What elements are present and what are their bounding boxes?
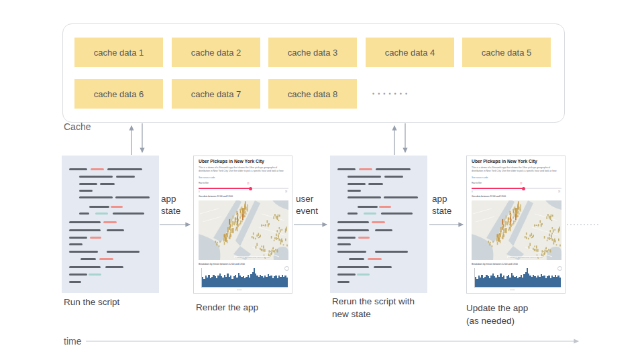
slider-label: Hour to filter [199, 182, 209, 184]
slider-label: Hour to filter [472, 182, 482, 184]
slider-value: 12 [247, 182, 249, 184]
cache-box-8: cache data 8 [268, 79, 357, 109]
app-state-label-2: app state [432, 193, 464, 217]
step-label-run-script: Run the script [64, 296, 158, 308]
slider-max: 23 [558, 190, 560, 192]
breakdown-caption: Breakdown by minute between 12:00 and 13… [199, 263, 245, 265]
hour-slider: 12 [472, 188, 561, 189]
slider-min: 0 [472, 190, 473, 192]
geo-caption: Geo data between 12:00 and 13:00 [472, 195, 506, 198]
cache-container: cache data 1 cache data 2 cache data 3 c… [62, 23, 565, 123]
cache-box-5: cache data 5 [462, 38, 551, 67]
time-label: time [64, 336, 81, 347]
cache-box-3: cache data 3 [268, 38, 357, 67]
histogram-bars [475, 268, 561, 287]
cache-box-7: cache data 7 [172, 79, 260, 109]
app-screenshot-render: Uber Pickups in New York City This is a … [193, 156, 292, 294]
hour-slider: 12 [199, 188, 288, 189]
histogram-xlabel: minute [510, 288, 515, 290]
slider-fill [199, 188, 251, 189]
step-label-update-app: Update the app (as needed) [466, 302, 541, 327]
app-state-label-1: app state [161, 193, 193, 217]
app-description: This is a demo of a Streamlit app that s… [472, 166, 559, 173]
streamlit-architecture-diagram: cache data 1 cache data 2 cache data 3 c… [0, 0, 644, 362]
app-description: This is a demo of a Streamlit app that s… [199, 166, 286, 173]
cache-box-6: cache data 6 [74, 79, 163, 109]
script-panel-rerun [330, 156, 427, 293]
cache-box-4: cache data 4 [366, 38, 454, 67]
source-code-link: See source code [472, 176, 488, 179]
app-screenshot-update: Uber Pickups in New York City This is a … [466, 156, 566, 294]
cache-box-2: cache data 2 [172, 38, 260, 67]
chart-menu-icon [284, 266, 289, 271]
abstract-code-lines [62, 156, 159, 293]
step-label-rerun-script: Rerun the script with new state [332, 295, 427, 320]
cache-box-1: cache data 1 [74, 38, 163, 67]
slider-value: 12 [520, 182, 522, 184]
abstract-code-lines [330, 156, 427, 293]
nyc-map [199, 200, 288, 260]
histogram-xlabel: minute [237, 288, 242, 290]
histogram-bars [202, 268, 288, 287]
app-title: Uber Pickups in New York City [199, 159, 297, 164]
slider-max: 23 [285, 190, 287, 192]
cache-label: Cache [64, 121, 91, 132]
more-items-dots-icon: ••••••• [372, 90, 411, 97]
slider-min: 0 [199, 190, 200, 192]
app-title: Uber Pickups in New York City [472, 159, 570, 164]
slider-fill [472, 188, 524, 189]
map-attribution: © Mapbox © OpenStreetMap Improve this ma… [507, 256, 543, 258]
source-code-link: See source code [199, 176, 215, 179]
step-label-render-app: Render the app [196, 301, 290, 314]
slider-handle-icon [522, 187, 525, 190]
user-event-label: user event [296, 193, 328, 217]
nyc-map [472, 200, 561, 260]
minute-histogram [201, 268, 288, 288]
script-panel-run [62, 156, 159, 293]
chart-menu-icon [557, 266, 562, 271]
map-attribution: © Mapbox © OpenStreetMap Improve this ma… [234, 256, 270, 258]
geo-caption: Geo data between 12:00 and 13:00 [199, 195, 233, 198]
minute-histogram [474, 268, 561, 288]
breakdown-caption: Breakdown by minute between 12:00 and 13… [472, 263, 518, 265]
slider-handle-icon [249, 187, 252, 190]
